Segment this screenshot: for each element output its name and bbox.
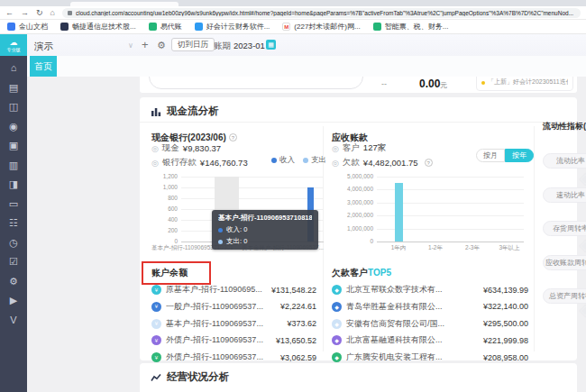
sidebar-print-icon[interactable]: ☷: [9, 217, 18, 228]
debtors-title: 欠款客户TOP5: [332, 267, 391, 279]
legend-dot: [271, 158, 277, 163]
sidebar-cashier-icon[interactable]: ◉: [9, 121, 18, 132]
debtor-row[interactable]: ◆青岛华胜基金科技有限公...¥322,140.00: [332, 300, 528, 314]
sidebar-reports-icon[interactable]: ◫: [9, 101, 18, 112]
legend-item[interactable]: 支出: [303, 155, 326, 166]
bookmark-label: (227封未读邮件)网...: [294, 22, 360, 32]
liquidity-pill[interactable]: 流动比率: [543, 153, 586, 169]
debtor-row[interactable]: ◆安徽有信商贸有限公司/国...¥295,500.00: [332, 317, 528, 331]
sidebar-period-icon[interactable]: ◷: [9, 237, 18, 248]
url-bar[interactable]: cloud.chanjet.com/accounting/uw1eb00zy96…: [62, 8, 581, 18]
bookmark-item[interactable]: 畅捷通信息技术股...: [60, 22, 136, 32]
debtor-row-amount: ¥295,500.00: [483, 319, 528, 328]
account-list: ¥原基本户-招行-11090695...¥131,548.22¥一般户-招行-1…: [151, 283, 316, 360]
notice-box[interactable]: 「上新」好会计20230511迭代更新...: [476, 77, 573, 91]
app-logo: ☁ 专业版: [0, 34, 27, 56]
debtor-row[interactable]: ◆北京互帮联众数字技术有...¥634,139.99: [332, 283, 528, 296]
nav-buttons: ←→↻⌂: [5, 7, 55, 19]
sidebar-assets-icon[interactable]: ▥: [9, 160, 18, 170]
account-row[interactable]: ¥一般户-招行-1109069537...¥2,224.61: [151, 300, 316, 314]
page-tab-bar: 首页: [27, 56, 586, 77]
liquidity-pill[interactable]: 总资产周转率: [543, 288, 586, 304]
account-row-name: 外债户-招行-1109069537...: [166, 351, 275, 363]
debt-icon: ◎: [332, 159, 339, 168]
liquidity-pill[interactable]: 应收账款周转率: [543, 255, 586, 270]
debtor-row-name: 北京富基融通科技有限公...: [346, 334, 478, 346]
sidebar: ⌂▤◫◉▣▥◨▭☷◷☑⚙▶V: [0, 56, 27, 392]
summary-outline-box: [149, 77, 363, 89]
account-row-amount: ¥13,650.52: [276, 336, 316, 345]
notice-dot-icon: [481, 81, 485, 85]
section-header: 经营状况分析: [140, 363, 577, 384]
debtor-row-amount: ¥322,140.00: [483, 302, 528, 311]
tooltip-row: 支出: 0: [218, 237, 312, 246]
period-label: 账期: [214, 41, 231, 52]
gridline: [377, 242, 524, 242]
calendar-icon[interactable]: ▦: [266, 40, 276, 50]
bank-value: ¥146,760.73: [200, 158, 248, 168]
section-header: 现金流分析: [140, 97, 577, 118]
chevron-down-icon[interactable]: ∨: [128, 41, 133, 50]
liquidity-pill[interactable]: 存货周转率: [543, 221, 586, 236]
divider: [534, 126, 535, 351]
y-tick-label: 400: [151, 216, 178, 223]
reload-button[interactable]: ↻: [36, 7, 43, 19]
tooltip-rows: 收入: 0支出: 0: [218, 225, 312, 246]
account-row[interactable]: ¥外债户-招行-1109069537...¥3,062.59: [151, 351, 316, 364]
bookmark-item[interactable]: 易代账: [149, 22, 182, 32]
receivables-aging-chart[interactable]: 5,000,0004,000,0003,000,0002,000,0001,00…: [332, 177, 528, 252]
nav-home-button[interactable]: ⌂: [50, 7, 55, 19]
liquidity-pill[interactable]: 速动比率: [543, 187, 586, 203]
bookmark-item[interactable]: 金山文档: [7, 22, 48, 32]
sidebar-brand-v-icon[interactable]: V: [10, 315, 16, 325]
toggle-option[interactable]: 按年: [505, 149, 534, 162]
sidebar-salary-icon[interactable]: ▭: [9, 198, 18, 209]
bookmark-item[interactable]: M(227封未读邮件)网...: [282, 22, 360, 32]
tooltip-title: 基本户-招行-110906953710818: [218, 214, 312, 223]
bookmark-favicon: [149, 23, 157, 31]
y-tick-label: 1,200: [151, 173, 178, 180]
account-row[interactable]: ¥外债户-招行-1109069537...¥13,650.52: [151, 333, 316, 347]
account-row-icon: ¥: [151, 302, 161, 312]
debtor-row[interactable]: ◆广东腾安机电安装工程有...¥208,958.00: [332, 351, 528, 364]
sidebar-home-icon[interactable]: ⌂: [11, 62, 17, 73]
y-tick-label: 200: [151, 227, 178, 234]
bank-row: ◎ 银行存款 ¥146,760.73: [151, 157, 248, 169]
chart-bar[interactable]: [395, 183, 403, 242]
x-tick-label: 1年内: [379, 244, 418, 252]
forward-button[interactable]: →: [21, 7, 29, 19]
tooltip-row-text: 支出: 0: [226, 237, 247, 246]
settings-gear-icon[interactable]: ⚙: [157, 40, 166, 51]
toggle-option[interactable]: 按月: [476, 149, 505, 162]
sidebar-settings-icon[interactable]: ⚙: [9, 276, 18, 287]
sidebar-invoice-icon[interactable]: ▣: [9, 140, 18, 150]
sidebar-tutorial-icon[interactable]: ▶: [10, 295, 17, 305]
sidebar-checkout-icon[interactable]: ☑: [9, 256, 18, 267]
debtor-row[interactable]: ◆北京富基融通科技有限公...¥221,999.98: [332, 333, 528, 347]
add-account-button[interactable]: +: [142, 38, 149, 51]
y-tick-label: 0: [332, 238, 373, 245]
switch-calendar-button[interactable]: 切到日历: [171, 38, 215, 51]
customers-label: 客户: [343, 142, 360, 154]
legend-item[interactable]: 收入: [271, 155, 295, 166]
gridline: [181, 177, 324, 178]
account-row[interactable]: ¥原基本户-招行-11090695...¥131,548.22: [151, 283, 316, 296]
y-tick-label: 2,000,000: [332, 212, 373, 219]
help-question-icon[interactable]: ?: [425, 159, 433, 167]
debtor-row-name: 北京互帮联众数字技术有...: [346, 284, 478, 296]
bookmark-item[interactable]: 好会计云财务软件...: [195, 22, 270, 32]
sidebar-purchase-icon[interactable]: ◨: [9, 178, 18, 189]
help-question-icon[interactable]: ?: [229, 133, 237, 141]
bookmark-favicon: M: [282, 23, 290, 31]
tab-home[interactable]: 首页: [30, 56, 57, 77]
period-value[interactable]: 2023-01: [233, 41, 265, 50]
back-button[interactable]: ←: [5, 7, 14, 19]
account-row-name: 一般户-招行-1109069537...: [166, 301, 275, 313]
bookmarks-bar: 金山文档畅捷通信息技术股...易代账好会计云财务软件...M(227封未读邮件)…: [0, 20, 586, 34]
account-row[interactable]: ¥基本户-招行-1109069537...¥373.62: [151, 317, 316, 331]
sidebar-voucher-icon[interactable]: ▤: [9, 82, 18, 93]
account-name[interactable]: 演示: [34, 41, 53, 53]
bookmark-item[interactable]: 智能票、税、财务...: [373, 22, 449, 32]
debtor-row-name: 青岛华胜基金科技有限公...: [346, 301, 478, 313]
y-tick-label: 600: [151, 205, 178, 213]
